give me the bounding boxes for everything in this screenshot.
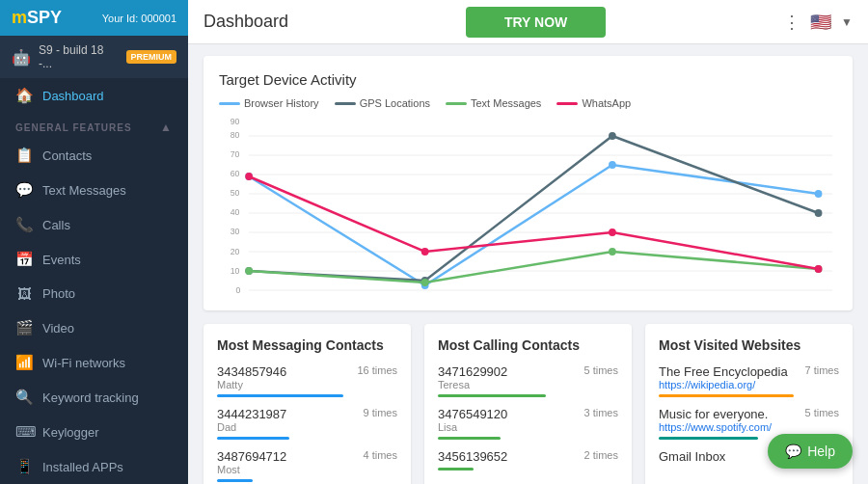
chart-title: Target Device Activity bbox=[219, 71, 837, 88]
topbar: Dashboard TRY NOW ⋮ 🇺🇸 ▼ bbox=[188, 0, 868, 44]
dropdown-arrow-icon[interactable]: ▼ bbox=[841, 15, 853, 29]
svg-point-30 bbox=[815, 209, 823, 217]
contacts-icon: 📋 bbox=[15, 147, 33, 164]
photo-icon: 🖼 bbox=[15, 285, 33, 302]
svg-text:60: 60 bbox=[231, 169, 240, 178]
android-icon: 🤖 bbox=[12, 48, 31, 67]
website-url[interactable]: https://www.spotify.com/ bbox=[659, 421, 772, 433]
website-url[interactable]: https://wikipedia.org/ bbox=[659, 379, 788, 390]
contact-name: Teresa bbox=[438, 379, 507, 390]
sidebar-item-keyword[interactable]: 🔍 Keyword tracking bbox=[0, 380, 188, 415]
website-name: The Free Encyclopedia bbox=[659, 364, 788, 379]
keylogger-icon: ⌨ bbox=[15, 423, 33, 441]
legend-label-sms: Text Messages bbox=[471, 97, 541, 109]
contact-times: 9 times bbox=[364, 407, 397, 418]
try-now-button[interactable]: TRY NOW bbox=[466, 7, 606, 38]
sidebar-item-label: Wi-Fi networks bbox=[42, 356, 125, 370]
contact-name: Dad bbox=[217, 421, 286, 433]
sidebar-item-label: Contacts bbox=[42, 148, 92, 163]
svg-point-26 bbox=[815, 190, 823, 198]
contact-bar bbox=[438, 468, 474, 471]
calling-contacts-card: Most Calling Contacts 3471629902 Teresa … bbox=[424, 324, 632, 484]
contact-times: 3 times bbox=[584, 407, 618, 418]
legend-color-whatsapp bbox=[556, 102, 578, 105]
chart-svg: 0 10 20 30 40 50 60 70 80 90 bbox=[219, 117, 837, 295]
sidebar-item-events[interactable]: 📅 Events bbox=[0, 242, 188, 277]
legend-label-gps: GPS Locations bbox=[360, 97, 430, 109]
contact-bar bbox=[217, 437, 289, 440]
sidebar-item-calls[interactable]: 📞 Calls bbox=[0, 207, 188, 242]
more-options-icon[interactable]: ⋮ bbox=[783, 12, 800, 33]
collapse-icon[interactable]: ▲ bbox=[160, 121, 173, 134]
calling-card-title: Most Calling Contacts bbox=[438, 337, 618, 353]
sidebar-item-dashboard[interactable]: 🏠 Dashboard bbox=[0, 78, 188, 113]
flag-icon[interactable]: 🇺🇸 bbox=[810, 12, 831, 33]
contact-number: 3487694712 bbox=[217, 449, 286, 464]
home-icon: 🏠 bbox=[15, 87, 33, 104]
svg-text:70: 70 bbox=[231, 149, 240, 159]
sidebar-item-installed-apps[interactable]: 📱 Installed APPs bbox=[0, 449, 188, 484]
contact-times: 2 times bbox=[584, 449, 618, 461]
chart-legend: Browser History GPS Locations Text Messa… bbox=[219, 97, 837, 109]
svg-point-36 bbox=[421, 248, 429, 255]
sidebar-item-label: Events bbox=[42, 253, 81, 267]
sidebar-item-video[interactable]: 🎬 Video bbox=[0, 310, 188, 345]
svg-point-32 bbox=[421, 279, 429, 286]
sidebar-item-label: Keylogger bbox=[42, 425, 99, 440]
help-label: Help bbox=[807, 444, 835, 459]
svg-point-25 bbox=[609, 161, 616, 169]
list-item: 3487694712 Most 4 times bbox=[217, 449, 397, 482]
main-content: Dashboard TRY NOW ⋮ 🇺🇸 ▼ Target Device A… bbox=[188, 0, 868, 484]
section-general: GENERAL FEATURES ▲ bbox=[0, 113, 188, 138]
legend-color-browser bbox=[219, 102, 240, 105]
svg-text:30: 30 bbox=[231, 227, 240, 236]
svg-point-33 bbox=[609, 248, 616, 255]
messaging-card-title: Most Messaging Contacts bbox=[217, 337, 397, 353]
sidebar-header: m SPY Your Id: 000001 bbox=[0, 0, 188, 36]
legend-color-gps bbox=[335, 102, 356, 105]
messaging-contacts-card: Most Messaging Contacts 3434857946 Matty… bbox=[203, 324, 411, 484]
website-name: Music for everyone. bbox=[659, 407, 772, 421]
help-button[interactable]: 💬 Help bbox=[768, 434, 853, 469]
legend-browser: Browser History bbox=[219, 97, 319, 109]
legend-color-sms bbox=[446, 102, 467, 105]
legend-label-whatsapp: WhatsApp bbox=[582, 97, 631, 109]
activity-chart-card: Target Device Activity Browser History G… bbox=[203, 56, 853, 310]
chat-icon: 💬 bbox=[785, 444, 801, 459]
list-item: 3476549120 Lisa 3 times bbox=[438, 407, 618, 440]
svg-text:80: 80 bbox=[231, 130, 240, 140]
svg-text:10: 10 bbox=[231, 266, 240, 276]
sidebar-item-wifi[interactable]: 📶 Wi-Fi networks bbox=[0, 345, 188, 380]
messages-icon: 💬 bbox=[15, 181, 33, 199]
legend-whatsapp: WhatsApp bbox=[556, 97, 631, 109]
sidebar-item-contacts[interactable]: 📋 Contacts bbox=[0, 138, 188, 173]
sidebar-item-label: Photo bbox=[42, 286, 75, 301]
website-bar bbox=[659, 394, 794, 397]
contact-times: 4 times bbox=[364, 449, 397, 461]
contact-bar bbox=[217, 394, 343, 397]
sidebar-item-keylogger[interactable]: ⌨ Keylogger bbox=[0, 415, 188, 449]
sidebar-item-label: Calls bbox=[42, 218, 70, 232]
svg-point-35 bbox=[245, 173, 253, 180]
contact-times: 16 times bbox=[357, 364, 397, 376]
dashboard-body: Target Device Activity Browser History G… bbox=[188, 44, 868, 484]
events-icon: 📅 bbox=[15, 251, 33, 268]
sidebar-item-label: Installed APPs bbox=[42, 460, 123, 474]
websites-card-title: Most Visited Websites bbox=[659, 337, 839, 353]
contact-bar bbox=[217, 479, 253, 482]
contact-number: 3456139652 bbox=[438, 449, 507, 464]
bottom-row: Most Messaging Contacts 3434857946 Matty… bbox=[203, 324, 853, 484]
logo-m: m bbox=[12, 8, 27, 28]
list-item: 3444231987 Dad 9 times bbox=[217, 407, 397, 440]
logo: m SPY bbox=[12, 8, 62, 28]
svg-text:50: 50 bbox=[231, 188, 240, 198]
device-row: 🤖 S9 - build 18 -... PREMIUM bbox=[0, 36, 188, 78]
svg-point-37 bbox=[609, 229, 616, 236]
logo-spy: SPY bbox=[27, 8, 62, 28]
list-item: 3434857946 Matty 16 times bbox=[217, 364, 397, 397]
svg-text:0: 0 bbox=[235, 285, 240, 295]
website-times: 5 times bbox=[805, 407, 839, 418]
sidebar-item-photo[interactable]: 🖼 Photo bbox=[0, 277, 188, 310]
user-id: Your Id: 000001 bbox=[102, 13, 176, 24]
sidebar-item-text-messages[interactable]: 💬 Text Messages bbox=[0, 173, 188, 207]
